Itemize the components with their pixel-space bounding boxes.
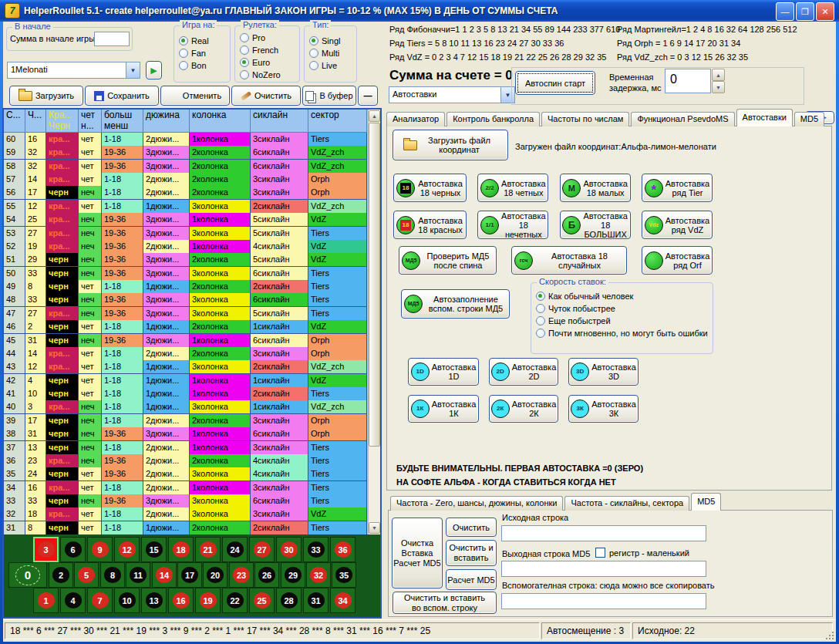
clear-button[interactable]: Очистить: [446, 518, 497, 537]
table-cell[interactable]: черн: [46, 293, 79, 307]
table-cell[interactable]: чет: [79, 507, 102, 521]
table-cell[interactable]: 41: [4, 387, 25, 401]
table-cell[interactable]: Orph: [308, 173, 367, 187]
table-cell[interactable]: 1-18: [102, 200, 143, 214]
table-cell[interactable]: 38: [4, 427, 25, 441]
table-cell[interactable]: VdZ_zch: [308, 200, 367, 214]
bet-button[interactable]: 18Автоставка 18 красных: [393, 211, 467, 239]
bet-button[interactable]: *Автоставка ряд Tier: [642, 174, 713, 202]
minimize-button[interactable]: —: [776, 2, 794, 21]
table-cell[interactable]: 19-36: [102, 494, 143, 508]
board-cell-4[interactable]: 4: [60, 588, 86, 613]
table-cell[interactable]: черн: [46, 427, 79, 441]
table-cell[interactable]: 27: [25, 307, 46, 321]
table-cell[interactable]: 2дюжи...: [143, 481, 190, 495]
table-cell[interactable]: 8: [25, 521, 46, 534]
table-cell[interactable]: 1-18: [102, 521, 143, 534]
table-cell[interactable]: неч: [79, 414, 102, 428]
table-cell[interactable]: кра...: [46, 360, 79, 374]
table-cell[interactable]: черн: [46, 387, 79, 401]
table-cell[interactable]: кра...: [46, 507, 79, 521]
table-cell[interactable]: 2дюжи...: [143, 347, 190, 361]
table-cell[interactable]: 2колонка: [190, 146, 251, 160]
table-cell[interactable]: 33: [25, 293, 46, 307]
table-cell[interactable]: чет: [79, 481, 102, 495]
board-cell-6[interactable]: 6: [60, 537, 86, 562]
table-cell[interactable]: Tiers: [308, 454, 367, 468]
table-cell[interactable]: 43: [4, 360, 25, 374]
table-cell[interactable]: 1дюжи...: [143, 374, 190, 388]
table-cell[interactable]: 19-36: [102, 454, 143, 468]
table-cell[interactable]: VdZ: [308, 507, 367, 521]
table-cell[interactable]: чет: [79, 173, 102, 187]
table-cell[interactable]: 19-36: [102, 160, 143, 174]
table-cell[interactable]: Orph: [308, 186, 367, 200]
table-cell[interactable]: 6сиклайн: [251, 160, 308, 174]
table-cell[interactable]: 56: [4, 186, 25, 200]
table-cell[interactable]: 2дюжи...: [143, 414, 190, 428]
table-cell[interactable]: кра...: [46, 200, 79, 214]
board-cell-32[interactable]: 32: [306, 562, 331, 588]
table-cell[interactable]: 29: [25, 253, 46, 267]
table-cell[interactable]: 16: [25, 481, 46, 495]
table-cell[interactable]: 2дюжи...: [143, 454, 190, 468]
radio-option[interactable]: French: [235, 44, 299, 56]
radio-option[interactable]: NoZero: [235, 69, 299, 81]
table-cell[interactable]: чет: [79, 347, 102, 361]
table-cell[interactable]: Orph: [308, 334, 367, 348]
board-cell-24[interactable]: 24: [222, 537, 248, 562]
toolbar-button-save-floppy[interactable]: Сохранить: [85, 86, 159, 106]
table-cell[interactable]: 19-36: [102, 334, 143, 348]
table-cell[interactable]: неч: [79, 400, 102, 414]
table-cell[interactable]: 6сиклайн: [251, 267, 308, 281]
aux-string-input[interactable]: [501, 593, 706, 609]
table-cell[interactable]: 2дюжи...: [143, 467, 190, 481]
table-cell[interactable]: 19: [25, 240, 46, 254]
table-cell[interactable]: кра...: [46, 400, 79, 414]
table-cell[interactable]: 1колонка: [190, 481, 251, 495]
table-cell[interactable]: 25: [25, 213, 46, 227]
bet-button[interactable]: 1КАвтоставка 1К: [408, 395, 479, 423]
table-cell[interactable]: 2дюжи...: [143, 173, 190, 187]
table-cell[interactable]: кра...: [46, 481, 79, 495]
tab-Автоставки[interactable]: Автоставки: [736, 109, 793, 126]
table-cell[interactable]: 1колонка: [190, 427, 251, 441]
table-cell[interactable]: 17: [25, 186, 46, 200]
table-cell[interactable]: 1колонка: [190, 334, 251, 348]
board-cell-35[interactable]: 35: [332, 562, 356, 588]
table-cell[interactable]: VdZ_zch: [308, 400, 367, 414]
table-cell[interactable]: 2сиклайн: [251, 360, 308, 374]
table-cell[interactable]: 2колонка: [190, 253, 251, 267]
table-cell[interactable]: 60: [4, 133, 25, 147]
table-cell[interactable]: 23: [25, 454, 46, 468]
table-cell[interactable]: 19-36: [102, 253, 143, 267]
table-cell[interactable]: 2сиклайн: [251, 280, 308, 294]
board-cell-20[interactable]: 20: [203, 562, 227, 588]
bet-button[interactable]: VdzАвтоставка ряд VdZ: [642, 211, 713, 239]
table-cell[interactable]: 6сиклайн: [251, 494, 308, 508]
table-cell[interactable]: 1колонка: [190, 133, 251, 147]
table-cell[interactable]: 1-18: [102, 347, 143, 361]
scroll-down-icon[interactable]: ▼: [369, 522, 380, 534]
table-cell[interactable]: 1-18: [102, 133, 143, 147]
radio-option[interactable]: Live: [305, 59, 356, 72]
table-cell[interactable]: 40: [4, 400, 25, 414]
table-cell[interactable]: 3дюжи...: [143, 334, 190, 348]
autobets-combo[interactable]: Автоставки ▼: [389, 86, 515, 103]
table-cell[interactable]: 1-18: [102, 186, 143, 200]
table-cell[interactable]: Tiers: [308, 267, 367, 281]
table-cell[interactable]: 3колонка: [190, 507, 251, 521]
table-cell[interactable]: 1-18: [102, 414, 143, 428]
table-cell[interactable]: черн: [46, 521, 79, 534]
table-cell[interactable]: Tiers: [308, 227, 367, 241]
table-cell[interactable]: 2колонка: [190, 173, 251, 187]
table-cell[interactable]: 13: [25, 441, 46, 455]
table-cell[interactable]: 31: [4, 521, 25, 534]
table-cell[interactable]: 3колонка: [190, 307, 251, 321]
tab-Частоты по числам[interactable]: Частоты по числам: [541, 112, 629, 126]
start-sum-input[interactable]: [94, 32, 130, 46]
table-cell[interactable]: черн: [46, 186, 79, 200]
table-cell[interactable]: 2колонка: [190, 454, 251, 468]
table-cell[interactable]: 2сиклайн: [251, 387, 308, 401]
table-cell[interactable]: 2дюжи...: [143, 240, 190, 254]
